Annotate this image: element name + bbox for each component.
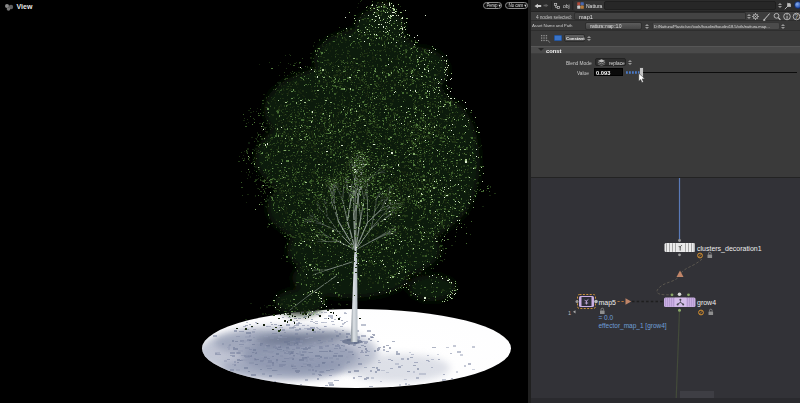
svg-text:= 0.0: = 0.0 bbox=[599, 314, 614, 321]
svg-text:effector_map_1 [grow4]: effector_map_1 [grow4] bbox=[599, 322, 667, 330]
svg-text:1: 1 bbox=[568, 310, 571, 316]
svg-text:clusters_decoration1: clusters_decoration1 bbox=[697, 245, 762, 253]
svg-text:map5: map5 bbox=[599, 299, 617, 307]
svg-text:grow4: grow4 bbox=[697, 299, 716, 307]
svg-text:?: ? bbox=[795, 13, 799, 20]
